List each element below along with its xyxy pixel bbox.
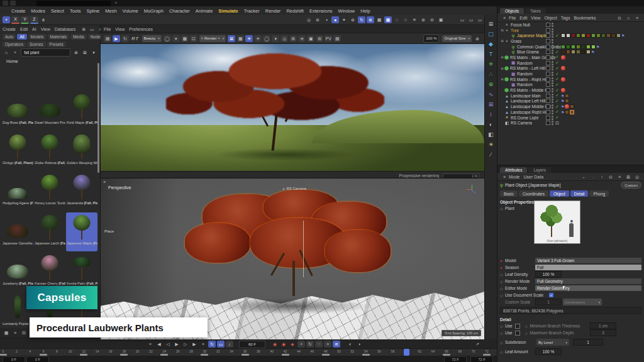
collapse-icon[interactable]: ⊟ bbox=[500, 77, 504, 82]
flag-tag-icon[interactable]: ⚑ bbox=[561, 104, 564, 109]
material-tag[interactable] bbox=[591, 33, 596, 38]
material-tag[interactable] bbox=[576, 50, 580, 54]
autokey-icon[interactable]: ◉ bbox=[280, 341, 287, 348]
keyframe-icon[interactable]: ◈ bbox=[289, 341, 296, 348]
asset-item-japanese-larch-fall-pl[interactable]: Japanese Larch (Fall, Pl... bbox=[34, 212, 65, 251]
menu-tools[interactable]: Tools bbox=[70, 8, 81, 14]
enable-check-icon[interactable]: ✓ bbox=[555, 109, 559, 114]
material-tag[interactable] bbox=[596, 33, 601, 38]
layer-checkbox[interactable] bbox=[546, 66, 550, 70]
spline-icon[interactable]: ∿ bbox=[487, 90, 496, 99]
enable-check-icon[interactable]: ✓ bbox=[555, 77, 559, 82]
asset-subtab-operators[interactable]: Operators bbox=[3, 41, 26, 47]
search-input[interactable] bbox=[21, 48, 70, 57]
material-tag[interactable] bbox=[591, 45, 596, 49]
clear-icon[interactable]: ⊗ bbox=[72, 49, 80, 56]
skipstart-icon[interactable]: « bbox=[147, 341, 154, 348]
new-tab-icon[interactable]: + bbox=[113, 1, 119, 6]
asset-item-golden-weeping-willo[interactable]: Golden Weeping Willo... bbox=[66, 132, 97, 171]
attributes-tab-attributes[interactable]: Attributes bbox=[500, 167, 527, 173]
range-end-field2[interactable]: 72 F bbox=[470, 356, 493, 362]
search-icon[interactable]: ⊙ bbox=[607, 173, 614, 180]
material-tag[interactable] bbox=[561, 45, 565, 49]
enable-check-icon[interactable]: ✓ bbox=[555, 33, 559, 38]
snap-icon[interactable]: ◎ bbox=[305, 16, 313, 23]
nextframe-icon[interactable]: ▷ bbox=[182, 341, 189, 348]
monitor-icon[interactable]: ▭ bbox=[88, 26, 96, 33]
visibility-dots[interactable] bbox=[552, 110, 553, 114]
menu-render[interactable]: Render bbox=[265, 8, 281, 14]
material-tag[interactable] bbox=[565, 110, 569, 114]
range-icon-active[interactable]: ▭ bbox=[217, 341, 225, 348]
globe-icon[interactable]: ⊕ bbox=[80, 26, 87, 33]
mute1-icon[interactable]: ◐ bbox=[347, 341, 354, 348]
maximize-icon[interactable]: ↗ bbox=[474, 341, 481, 348]
subdivision-mode-dropdown[interactable]: By Level▾ bbox=[536, 339, 569, 346]
enable-check-icon[interactable]: ✓ bbox=[555, 99, 559, 104]
asset-item-globe-robinia-fall-pl[interactable]: Globe Robinia (Fall, Pl... bbox=[34, 132, 65, 171]
document-tab[interactable] bbox=[36, 1, 111, 6]
menu-mesh[interactable]: Mesh bbox=[105, 8, 116, 14]
object-item-landscape-main[interactable]: ▲Landscape Main✓⚑ bbox=[497, 93, 644, 99]
visibility-dots[interactable] bbox=[552, 116, 553, 120]
hamburger-icon[interactable]: ≡ bbox=[501, 14, 508, 21]
figure-icon[interactable]: ✦ bbox=[340, 16, 348, 23]
custom-scale-unit-dropdown[interactable]: Centimeters▾ bbox=[563, 299, 602, 305]
layer-checkbox[interactable] bbox=[546, 110, 550, 114]
layer-checkbox[interactable] bbox=[546, 116, 550, 120]
flag-tag-icon[interactable]: ⚑ bbox=[561, 94, 564, 98]
visibility-dots[interactable] bbox=[552, 88, 553, 92]
objects-tab-takes[interactable]: Takes bbox=[525, 8, 546, 14]
object-item-grass[interactable]: ⊟+Grass bbox=[497, 38, 644, 44]
asset-item-honey-locust-sunbur[interactable]: Honey Locust 'Sunbur... bbox=[34, 172, 65, 211]
range-start-field[interactable]: 0 F bbox=[3, 356, 25, 362]
record-icon[interactable]: ◉ bbox=[271, 341, 279, 348]
snow-icon[interactable]: ✳ bbox=[254, 35, 262, 42]
cube-icon[interactable]: ◆ bbox=[487, 40, 496, 48]
asset-menu-create[interactable]: Create bbox=[3, 27, 16, 31]
object-item-landscape-left-hill[interactable]: ▲Landscape Left Hill✓⚑ bbox=[497, 99, 644, 104]
visibility-dots[interactable] bbox=[552, 104, 553, 109]
enable-check-icon[interactable]: ✓ bbox=[555, 104, 559, 109]
target-icon-dim[interactable]: ◎ bbox=[393, 16, 401, 23]
enable-check-icon[interactable]: ✓ bbox=[555, 93, 559, 98]
menu-extensions[interactable]: Extensions bbox=[309, 8, 333, 14]
menu-tracker[interactable]: Tracker bbox=[244, 8, 260, 14]
home-icon[interactable]: ⌂ bbox=[625, 14, 632, 21]
material-tag[interactable] bbox=[566, 45, 570, 49]
object-item-rs-matrix-main-ground[interactable]: ⊟RS Matrix - Main Ground✓ bbox=[497, 55, 644, 60]
text-icon[interactable]: T bbox=[487, 50, 496, 58]
mute2-icon[interactable]: ◑ bbox=[355, 341, 363, 348]
environment-icon[interactable]: ◐ bbox=[487, 120, 496, 129]
clapper-icon[interactable]: ▤ bbox=[104, 35, 111, 42]
enable-check-icon[interactable]: ✓ bbox=[555, 72, 559, 77]
zoom-value-field[interactable]: 100 % bbox=[423, 35, 439, 43]
asset-item-dwarf-mountain-pine[interactable]: Dwarf Mountain Pine (... bbox=[34, 92, 65, 131]
camera-toggle-icon[interactable]: ⊡ bbox=[555, 121, 559, 126]
grid9-icon[interactable]: ▦ bbox=[236, 35, 244, 42]
param-icon[interactable]: ≡ bbox=[324, 341, 331, 348]
burst-icon[interactable]: ✳ bbox=[411, 16, 418, 23]
asset-item-field-maple-fall-plant[interactable]: Field Maple (Fall, Plant) bbox=[66, 92, 97, 131]
enable-check-icon[interactable]: ✓ bbox=[555, 44, 559, 49]
target-icon[interactable]: ◎ bbox=[633, 173, 641, 180]
visibility-dots[interactable] bbox=[552, 61, 553, 65]
brush-icon[interactable]: ∕ bbox=[487, 150, 496, 159]
use-checkbox[interactable] bbox=[515, 324, 520, 329]
visibility-dots[interactable] bbox=[552, 33, 553, 38]
flag-tag-icon[interactable]: ⚑ bbox=[591, 50, 594, 54]
attributes-tab-layers[interactable]: Layers bbox=[528, 167, 551, 173]
sound-icon[interactable]: ♪ bbox=[226, 341, 233, 348]
enable-check-icon[interactable]: ✓ bbox=[555, 50, 559, 55]
material-tag[interactable] bbox=[576, 45, 580, 49]
layer-checkbox[interactable] bbox=[546, 99, 550, 103]
object-item-rs-dome-light[interactable]: ☀RS Dome Light✓ bbox=[497, 115, 644, 121]
asset-tab-auto[interactable]: Auto bbox=[3, 34, 16, 40]
flag-tag-icon[interactable]: ⚑ bbox=[561, 99, 564, 103]
layer-checkbox[interactable] bbox=[546, 82, 550, 87]
object-item-random[interactable]: ▦Random✓ bbox=[497, 71, 644, 77]
object-item-tree[interactable]: ⊟+Tree bbox=[497, 28, 644, 33]
attr-tab-phong[interactable]: Phong bbox=[589, 190, 609, 197]
caret-icon[interactable]: ▾ bbox=[90, 49, 97, 56]
object-item-landscape-middle-hill[interactable]: ▲Landscape Middle Hill✓⚑ bbox=[497, 104, 644, 109]
